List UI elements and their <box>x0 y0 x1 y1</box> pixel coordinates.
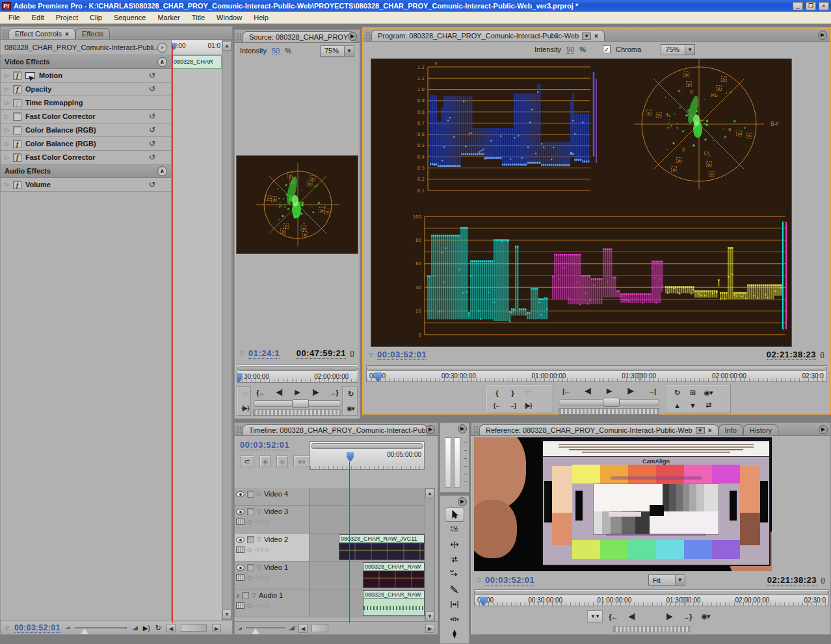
tab-info[interactable]: Info <box>719 424 743 435</box>
goto-out-button[interactable]: →} <box>505 399 520 411</box>
fx-toggle-icon[interactable]: ƒ <box>13 153 21 162</box>
output-button[interactable]: ◉▾ <box>698 610 713 623</box>
goto-in-button[interactable]: {← <box>253 386 269 398</box>
panel-menu-icon[interactable]: ▶ <box>348 32 357 41</box>
program-current-timecode[interactable]: 00:03:52:01 <box>377 350 427 360</box>
keyframe-icon[interactable]: ◇ <box>247 574 252 581</box>
close-button[interactable]: × <box>819 2 829 10</box>
goto-in-button[interactable]: {← <box>489 399 505 411</box>
effect-row[interactable]: ▷ƒFast Color Corrector↺ <box>1 151 171 164</box>
track-header[interactable]: ▽Video 3◇◁ ◇ ▷ <box>235 506 310 533</box>
play-in-out-button[interactable]: {▶} <box>237 402 253 415</box>
effect-row[interactable]: ▷ƒVolume↺ <box>1 178 171 192</box>
menu-help[interactable]: Help <box>248 12 274 23</box>
timeline-playhead[interactable] <box>347 452 354 462</box>
effect-row[interactable]: ▷ƒFast Color Corrector↺ <box>1 110 171 123</box>
track-audio-1[interactable]: ♪▽Audio 1◇◁ ◇ ▷080328_CHAR_RAW <box>235 589 425 617</box>
play-in-out-button[interactable]: {▶} <box>520 399 536 411</box>
zoom-level-dropdown[interactable]: 75% ▼ <box>320 45 354 57</box>
vertical-scrollbar[interactable]: ▲ ▼ <box>222 40 232 620</box>
scroll-up-arrow[interactable]: ▲ <box>222 41 231 51</box>
expand-track-icon[interactable]: ▽ <box>257 536 261 543</box>
goto-out-button[interactable]: →} <box>326 386 341 398</box>
trim-button[interactable]: ⇄ <box>700 399 716 411</box>
set-display-style-icon[interactable] <box>236 574 244 581</box>
zoom-in-icon[interactable] <box>289 626 295 630</box>
keyframe-icon[interactable]: ◇ <box>247 546 252 553</box>
fx-toggle-icon[interactable]: ƒ <box>13 71 21 80</box>
hscroll-right-arrow[interactable]: ▶ <box>212 624 221 632</box>
scroll-down-arrow[interactable]: ▼ <box>222 610 231 619</box>
set-display-style-icon[interactable] <box>236 602 244 609</box>
panel-grip[interactable] <box>3 29 7 37</box>
rate-stretch-tool[interactable] <box>445 567 464 582</box>
chapter-marker-button[interactable]: ◈ <box>259 456 271 467</box>
work-area-bar[interactable] <box>311 443 423 449</box>
toggle-track-output-icon[interactable] <box>236 565 244 571</box>
play-button[interactable]: ▶ <box>289 386 305 398</box>
shuttle-slider[interactable] <box>253 400 341 407</box>
intensity-value[interactable]: 50 <box>566 45 574 54</box>
close-tab-icon[interactable]: × <box>65 31 69 38</box>
reference-time-ruler[interactable]: 00:0000:30:00:0001:00:00:0001:30:00:0002… <box>474 589 829 606</box>
step-forward-button[interactable]: |▶ <box>622 385 638 397</box>
loop-icon[interactable]: ↻ <box>155 624 161 632</box>
viewer-scrollbar[interactable] <box>367 367 826 371</box>
zoom-in-icon[interactable] <box>132 626 138 630</box>
panel-grip[interactable] <box>365 31 370 39</box>
timeline-ruler[interactable]: 00:05:00:00 <box>310 441 425 470</box>
clip-080328_char_raw[interactable]: 080328_CHAR_RAW <box>363 562 425 588</box>
panel-menu-icon[interactable]: ▶ <box>458 424 467 433</box>
chroma-checkbox[interactable]: ✓ <box>603 45 611 53</box>
panel-menu-icon[interactable]: ▶ <box>426 425 435 434</box>
reset-effect-icon[interactable]: ↺ <box>149 84 155 94</box>
expand-effect-icon[interactable]: ▷ <box>5 154 9 161</box>
track-lane[interactable]: 080328_CHAR_RAW <box>310 589 425 617</box>
fx-toggle-icon[interactable]: ƒ <box>13 99 21 107</box>
menu-project[interactable]: Project <box>50 12 84 23</box>
track-header[interactable]: ▽Video 2◇◁ ◇ ▷ <box>235 534 310 561</box>
mini-timeline-clip[interactable]: 080328_CHAR <box>172 55 222 69</box>
track-lock-icon[interactable] <box>242 592 249 599</box>
track-video-3[interactable]: ▽Video 3◇◁ ◇ ▷ <box>235 506 425 534</box>
dropdown-arrow-icon[interactable]: ▼ <box>344 46 354 56</box>
step-back-button[interactable]: ◀| <box>624 610 639 623</box>
play-audio-icon[interactable]: ▶) <box>143 625 150 632</box>
tab-effect-controls[interactable]: Effect Controls × <box>8 28 75 39</box>
set-in-button[interactable]: { <box>489 387 505 399</box>
fit-dropdown[interactable]: Fit ▼ <box>648 574 685 586</box>
source-viewer-ruler[interactable]: 30:00:00 02:00:00:00 <box>237 365 358 383</box>
viewer-scrollbar[interactable] <box>475 591 828 595</box>
close-tab-icon[interactable]: × <box>708 427 712 434</box>
preview-indicator-button[interactable]: ▭ <box>293 456 310 467</box>
intensity-value[interactable]: 50 <box>272 47 280 55</box>
track-lane[interactable] <box>310 488 425 505</box>
zoom-slider[interactable] <box>246 627 285 629</box>
expand-effect-icon[interactable]: ▷ <box>5 86 9 92</box>
tab-source[interactable]: Source: 080328_CHAR_PROY <box>243 31 354 42</box>
program-time-ruler[interactable]: 00:0000:30:00:0001:00:00:0001:30:00:0002… <box>366 365 827 382</box>
expand-track-icon[interactable]: ▽ <box>252 592 256 599</box>
razor-tool[interactable] <box>445 582 464 597</box>
fx-toggle-icon[interactable]: ƒ <box>13 85 21 94</box>
jog-disk[interactable] <box>559 408 659 415</box>
menu-file[interactable]: File <box>3 12 26 23</box>
panel-menu-icon[interactable]: ▶ <box>818 31 827 40</box>
zoom-out-icon[interactable] <box>66 626 70 629</box>
set-marker-button[interactable]: ▼ <box>237 388 253 400</box>
reset-effect-icon[interactable]: ↺ <box>149 139 155 148</box>
track-lock-icon[interactable] <box>247 536 254 543</box>
selection-tool[interactable] <box>445 508 464 522</box>
clip-080328_char_raw[interactable]: 080328_CHAR_RAW <box>363 590 425 616</box>
toggle-track-output-icon[interactable] <box>236 491 244 497</box>
track-lock-icon[interactable] <box>247 508 254 515</box>
hscroll-right-arrow[interactable]: ▶ <box>425 624 434 633</box>
menu-edit[interactable]: Edit <box>26 12 50 23</box>
step-forward-button[interactable]: |▶ <box>661 610 677 623</box>
expand-track-icon[interactable]: ▽ <box>257 564 261 571</box>
play-button[interactable]: ▶ <box>601 385 617 397</box>
expand-track-icon[interactable]: ▽ <box>257 508 261 515</box>
track-header[interactable]: ▷Video 4 <box>235 488 310 505</box>
shuttle-thumb[interactable] <box>292 399 309 408</box>
pen-tool[interactable] <box>445 627 464 641</box>
